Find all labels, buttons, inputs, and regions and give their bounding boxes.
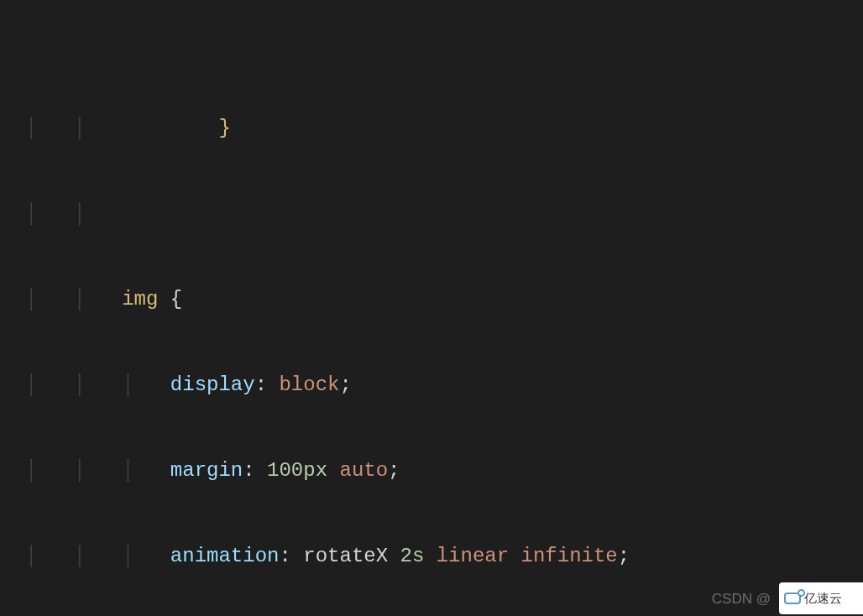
code-line: │ │ │ margin: 100px auto; [25,457,863,485]
code-line: │ │ img { [25,285,863,314]
code-line: │ │ │ animation: rotateX 2s linear infin… [25,542,863,571]
code-editor[interactable]: │ │ } │ │ │ │ img { │ │ │ display: block… [0,0,863,616]
watermark-yisu: 亿速云 [779,582,863,614]
code-line: │ │ │ display: block; [25,371,863,399]
watermark-csdn: CSDN @ [712,591,771,608]
code-line: │ │ [25,200,863,228]
watermark-text: 亿速云 [804,591,842,607]
cloud-icon [784,593,801,604]
code-line: │ │ } [25,114,863,143]
